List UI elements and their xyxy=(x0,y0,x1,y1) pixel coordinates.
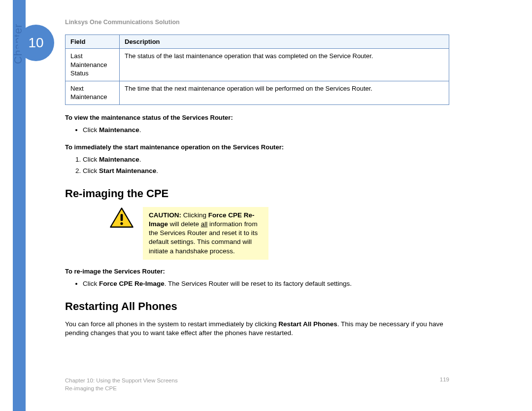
instruction-lead-reimage: To re-image the Services Router: xyxy=(65,268,449,275)
table-row: Next Maintenance The time that the next … xyxy=(66,81,449,104)
bullet-list: Click Force CPE Re-Image. The Services R… xyxy=(83,279,449,290)
content-area: Linksys One Communications Solution Fiel… xyxy=(65,19,449,342)
chapter-number-badge: 10 xyxy=(18,25,54,61)
svg-point-2 xyxy=(120,222,123,225)
svg-rect-1 xyxy=(121,214,123,221)
page-footer: Chapter 10: Using the Support View Scree… xyxy=(65,377,449,392)
instruction-lead-view: To view the maintenance status of the Se… xyxy=(65,114,449,121)
chapter-number: 10 xyxy=(28,35,43,51)
footer-left: Chapter 10: Using the Support View Scree… xyxy=(65,377,178,392)
list-item: Click Force CPE Re-Image. The Services R… xyxy=(83,279,449,290)
page: Chapter 10 Linksys One Communications So… xyxy=(0,0,532,411)
list-item: Click Maintenance. xyxy=(83,155,449,166)
page-number: 119 xyxy=(440,377,449,392)
list-item: Click Start Maintenance. xyxy=(83,166,449,177)
section-heading-reimage: Re-imaging the CPE xyxy=(65,187,449,200)
restart-paragraph: You can force all phones in the system t… xyxy=(65,320,449,338)
instruction-lead-start: To immediately the start maintenance ope… xyxy=(65,143,449,151)
list-item: Click Maintenance. xyxy=(83,125,449,137)
caution-box: CAUTION: Clicking Force CPE Re-Image wil… xyxy=(143,207,268,260)
footer-section-line: Re-imaging the CPE xyxy=(65,384,178,392)
table-row: Last Maintenance Status The status of th… xyxy=(66,49,449,81)
table-cell-field: Next Maintenance xyxy=(66,81,120,104)
table-header-description: Description xyxy=(120,35,449,49)
field-description-table: Field Description Last Maintenance Statu… xyxy=(65,34,449,105)
table-cell-desc: The time that the next maintenance opera… xyxy=(120,81,449,104)
table-cell-desc: The status of the last maintenance opera… xyxy=(120,49,449,81)
table-cell-field: Last Maintenance Status xyxy=(66,49,120,81)
section-heading-restart: Restarting All Phones xyxy=(65,300,449,313)
warning-icon xyxy=(109,207,134,229)
numbered-list: Click Maintenance. Click Start Maintenan… xyxy=(83,155,449,177)
table-header-field: Field xyxy=(66,35,120,49)
bullet-list: Click Maintenance. xyxy=(83,125,449,137)
footer-chapter-line: Chapter 10: Using the Support View Scree… xyxy=(65,377,178,384)
caution-block: CAUTION: Clicking Force CPE Re-Image wil… xyxy=(109,207,449,260)
running-header: Linksys One Communications Solution xyxy=(65,19,449,26)
